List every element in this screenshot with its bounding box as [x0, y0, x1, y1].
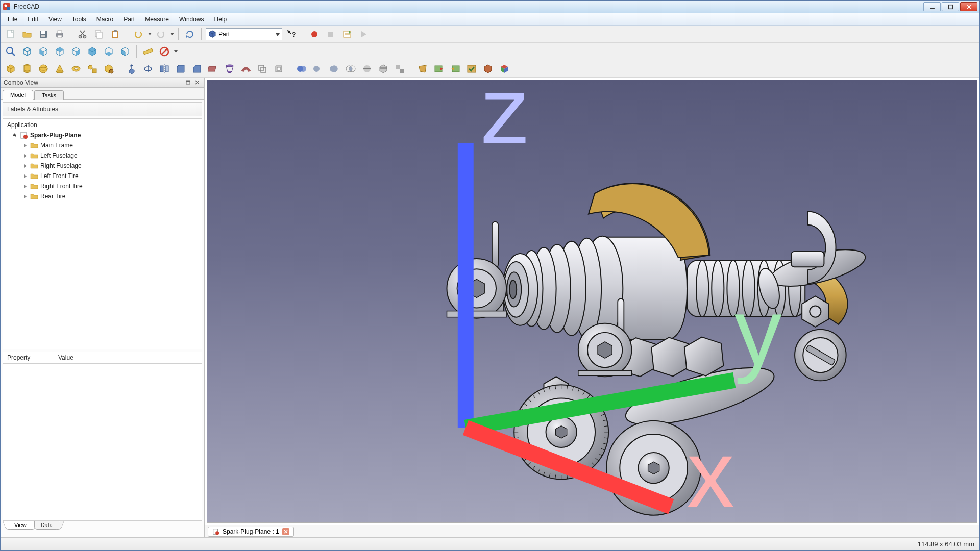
dock-icon[interactable] [184, 79, 192, 86]
tab-model[interactable]: Model [3, 90, 33, 100]
chamfer-button[interactable] [190, 62, 204, 76]
axo-view-button[interactable] [20, 44, 34, 59]
loft-button[interactable] [223, 62, 237, 76]
tree-item[interactable]: Right Front Tire [5, 181, 200, 191]
copy-button[interactable] [92, 27, 106, 41]
tree-document-node[interactable]: Spark-Plug-Plane [5, 130, 200, 140]
check-geometry-button[interactable] [464, 62, 479, 76]
new-doc-button[interactable] [4, 27, 18, 41]
menu-macro[interactable]: Macro [91, 13, 118, 25]
mirror-button[interactable] [157, 62, 172, 76]
macro-stop-button[interactable] [324, 27, 338, 41]
ruled-surface-button[interactable] [206, 62, 220, 76]
menu-windows[interactable]: Windows [174, 13, 209, 25]
close-panel-icon[interactable] [193, 79, 201, 86]
rear-view-button[interactable] [85, 44, 100, 59]
measure-dropdown[interactable] [174, 44, 178, 59]
sweep-button[interactable] [239, 62, 253, 76]
expand-icon[interactable] [22, 143, 28, 148]
revolve-button[interactable] [141, 62, 155, 76]
torus-primitive-button[interactable] [69, 62, 83, 76]
tree-item[interactable]: Main Frame [5, 140, 200, 151]
cut-bool-button[interactable] [311, 62, 325, 76]
redo-button[interactable] [154, 27, 168, 41]
workbench-selector[interactable]: Part [206, 28, 282, 40]
left-view-button[interactable] [118, 44, 132, 59]
tab-tasks[interactable]: Tasks [34, 90, 64, 100]
menu-measure[interactable]: Measure [140, 13, 174, 25]
save-button[interactable] [36, 27, 51, 41]
menu-edit[interactable]: Edit [22, 13, 43, 25]
cone-primitive-button[interactable] [53, 62, 67, 76]
close-button[interactable] [960, 2, 977, 11]
fit-all-button[interactable] [4, 44, 18, 59]
model-tree[interactable]: Application Spark-Plug-Plane Main FrameL… [3, 118, 202, 349]
color-per-face-button[interactable] [497, 62, 511, 76]
macro-list-button[interactable] [340, 27, 354, 41]
tab-view[interactable]: View [8, 521, 33, 530]
cut-button[interactable] [76, 27, 90, 41]
status-dimensions: 114.89 x 64.03 mm [918, 540, 974, 548]
paste-button[interactable] [108, 27, 122, 41]
boolean-button[interactable] [295, 62, 309, 76]
thickness-button[interactable] [272, 62, 286, 76]
expand-icon[interactable] [22, 194, 28, 199]
compound-button[interactable] [393, 62, 407, 76]
macro-record-button[interactable] [307, 27, 322, 41]
minimize-button[interactable] [923, 2, 941, 11]
box-primitive-button[interactable] [4, 62, 18, 76]
maximize-button[interactable] [942, 2, 959, 11]
cross-sections-button[interactable] [376, 62, 390, 76]
tree-item[interactable]: Left Fuselage [5, 151, 200, 161]
refresh-button[interactable] [183, 27, 197, 41]
section-button[interactable] [360, 62, 374, 76]
import-button[interactable] [432, 62, 446, 76]
close-tab-icon[interactable] [282, 528, 289, 535]
tree-item[interactable]: Right Fuselage [5, 161, 200, 171]
measure-linear-button[interactable] [141, 44, 155, 59]
menu-view[interactable]: View [43, 13, 67, 25]
front-view-button[interactable] [36, 44, 51, 59]
common-bool-button[interactable] [344, 62, 358, 76]
primitives-button[interactable] [85, 62, 100, 76]
measure-clear-button[interactable] [157, 44, 172, 59]
collapse-icon[interactable] [12, 133, 18, 138]
expand-icon[interactable] [22, 184, 28, 189]
bottom-view-button[interactable] [102, 44, 116, 59]
open-doc-button[interactable] [20, 27, 34, 41]
whats-this-button[interactable]: ? [284, 27, 299, 41]
menu-help[interactable]: Help [209, 13, 232, 25]
top-view-button[interactable] [53, 44, 67, 59]
undo-dropdown[interactable] [148, 27, 152, 41]
menu-file[interactable]: File [3, 13, 22, 25]
macro-run-button[interactable] [356, 27, 371, 41]
extrude-button[interactable] [125, 62, 139, 76]
export-button[interactable] [448, 62, 462, 76]
print-button[interactable] [53, 27, 67, 41]
cylinder-primitive-button[interactable] [20, 62, 34, 76]
sphere-primitive-button[interactable] [36, 62, 51, 76]
tree-item[interactable]: Left Front Tire [5, 171, 200, 181]
expand-icon[interactable] [22, 153, 28, 159]
fillet-button[interactable] [174, 62, 188, 76]
3d-viewport[interactable]: z y x [207, 80, 977, 523]
shapebuilder-button[interactable] [102, 62, 116, 76]
menu-part[interactable]: Part [118, 13, 140, 25]
refine-button[interactable] [481, 62, 495, 76]
toolbar-file: Part ? [1, 26, 979, 43]
tree-item[interactable]: Rear Tire [5, 191, 200, 202]
fuse-bool-button[interactable] [327, 62, 341, 76]
menu-tools[interactable]: Tools [67, 13, 91, 25]
tab-data[interactable]: Data [34, 521, 59, 530]
make-face-button[interactable] [415, 62, 430, 76]
redo-dropdown[interactable] [170, 27, 174, 41]
right-view-button[interactable] [69, 44, 83, 59]
combo-view-titlebar[interactable]: Combo View [1, 78, 204, 88]
property-grid[interactable]: Property Value [3, 352, 202, 521]
expand-icon[interactable] [22, 163, 28, 169]
expand-icon[interactable] [22, 173, 28, 179]
app-icon [3, 3, 11, 11]
offset-button[interactable] [255, 62, 270, 76]
undo-button[interactable] [131, 27, 145, 41]
document-tab[interactable]: Spark-Plug-Plane : 1 [208, 527, 294, 537]
